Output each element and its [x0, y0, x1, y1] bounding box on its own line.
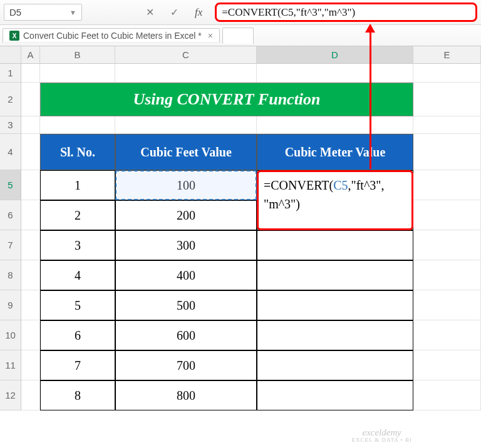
cancel-icon[interactable]: ✕ — [146, 6, 154, 18]
cell-sl[interactable]: 3 — [40, 230, 115, 260]
row-header-5[interactable]: 5 — [0, 170, 21, 200]
header-cubic-feet: Cubic Feet Value — [115, 134, 257, 170]
row-header-12[interactable]: 12 — [0, 380, 21, 410]
cell-formula-edit[interactable]: =CONVERT(C5,"ft^3", "m^3") — [257, 170, 413, 230]
cell-ft[interactable]: 400 — [115, 260, 257, 290]
cell-ft[interactable]: 100 — [115, 170, 257, 200]
row-1: 1 — [0, 64, 481, 83]
cell-sl[interactable]: 7 — [40, 350, 115, 380]
annotation-arrow — [370, 25, 371, 169]
row-header-10[interactable]: 10 — [0, 320, 21, 350]
cell-m[interactable] — [257, 290, 413, 320]
row-header-6[interactable]: 6 — [0, 200, 21, 230]
cell-sl[interactable]: 5 — [40, 290, 115, 320]
workbook-tab[interactable]: X Convert Cubic Feet to Cubic Meters in … — [3, 28, 220, 43]
row-header-11[interactable]: 11 — [0, 350, 21, 380]
spreadsheet-grid: A B C D E 1 2 Using CONVERT Function 3 4… — [0, 46, 481, 410]
close-icon[interactable]: × — [205, 31, 213, 41]
watermark: exceldemy EXCEL & DATA • BI — [351, 428, 412, 443]
formula-part2: ,"ft^3", — [348, 178, 385, 192]
chevron-down-icon[interactable]: ▼ — [70, 9, 76, 16]
rows-container: 1 2 Using CONVERT Function 3 4 Sl. No. C… — [0, 64, 481, 410]
workbook-tab-label: Convert Cubic Feet to Cubic Meters in Ex… — [23, 31, 202, 41]
row-11: 11 7 700 — [0, 350, 481, 380]
table-row: 3 300 — [40, 230, 413, 260]
cell-sl[interactable]: 1 — [40, 170, 115, 200]
watermark-brand: exceldemy — [362, 427, 401, 437]
row-10: 10 6 600 — [0, 320, 481, 350]
enter-icon[interactable]: ✓ — [170, 6, 178, 18]
col-header-D[interactable]: D — [257, 46, 413, 64]
formula-ref: C5 — [333, 178, 348, 192]
formula-bar-row: D5 ▼ ✕ ✓ fx =CONVERT(C5,"ft^3","m^3") — [0, 0, 481, 25]
cell-m[interactable] — [257, 230, 413, 260]
formula-bar-text: =CONVERT(C5,"ft^3","m^3") — [222, 6, 355, 19]
table-row: 4 400 — [40, 260, 413, 290]
formula-part1: =CONVERT( — [264, 178, 333, 192]
watermark-tag: EXCEL & DATA • BI — [351, 437, 412, 443]
formula-bar-input[interactable]: =CONVERT(C5,"ft^3","m^3") — [215, 3, 477, 22]
row-header-2[interactable]: 2 — [0, 83, 21, 116]
row-4: 4 Sl. No. Cubic Feet Value Cubic Meter V… — [0, 134, 481, 170]
cell-m[interactable] — [257, 380, 413, 410]
row-header-7[interactable]: 7 — [0, 230, 21, 260]
cell-ft[interactable]: 500 — [115, 290, 257, 320]
page-title: Using CONVERT Function — [40, 83, 413, 116]
formula-part3: "m^3") — [264, 197, 300, 211]
blank-tab[interactable] — [222, 28, 254, 44]
cell-m[interactable] — [257, 260, 413, 290]
cell-m[interactable] — [257, 350, 413, 380]
table-row: 6 600 — [40, 320, 413, 350]
cell-ft[interactable]: 300 — [115, 230, 257, 260]
row-9: 9 5 500 — [0, 290, 481, 320]
excel-file-icon: X — [9, 31, 19, 41]
workbook-tab-row: X Convert Cubic Feet to Cubic Meters in … — [0, 25, 481, 46]
cell-ft[interactable]: 800 — [115, 380, 257, 410]
cell-ft[interactable]: 200 — [115, 200, 257, 230]
cell-m[interactable] — [257, 320, 413, 350]
header-cubic-meter: Cubic Meter Value — [257, 134, 413, 170]
table-row: 5 500 — [40, 290, 413, 320]
row-header-1[interactable]: 1 — [0, 64, 21, 83]
column-headers: A B C D E — [0, 46, 481, 64]
row-header-3[interactable]: 3 — [0, 116, 21, 134]
row-12: 12 8 800 — [0, 380, 481, 410]
table-row: 7 700 — [40, 350, 413, 380]
row-7: 7 3 300 — [0, 230, 481, 260]
cell-ft[interactable]: 700 — [115, 350, 257, 380]
fx-icon[interactable]: fx — [195, 6, 202, 19]
row-8: 8 4 400 — [0, 260, 481, 290]
table-header: Sl. No. Cubic Feet Value Cubic Meter Val… — [40, 134, 413, 170]
annotation-arrowhead-icon — [365, 24, 375, 33]
col-header-E[interactable]: E — [413, 46, 481, 64]
name-box[interactable]: D5 ▼ — [4, 4, 82, 21]
table-row: 8 800 — [40, 380, 413, 410]
cell-sl[interactable]: 8 — [40, 380, 115, 410]
cell-sl[interactable]: 6 — [40, 320, 115, 350]
row-header-4[interactable]: 4 — [0, 134, 21, 170]
row-3: 3 — [0, 116, 481, 134]
select-all-corner[interactable] — [0, 46, 21, 64]
cell-ft[interactable]: 600 — [115, 320, 257, 350]
cell-sl[interactable]: 4 — [40, 260, 115, 290]
cell-sl[interactable]: 2 — [40, 200, 115, 230]
formula-bar-buttons: ✕ ✓ fx — [138, 0, 210, 24]
col-header-B[interactable]: B — [40, 46, 115, 64]
header-sl-no: Sl. No. — [40, 134, 115, 170]
col-header-C[interactable]: C — [115, 46, 257, 64]
row-header-8[interactable]: 8 — [0, 260, 21, 290]
row-header-9[interactable]: 9 — [0, 290, 21, 320]
row-2: 2 Using CONVERT Function — [0, 83, 481, 116]
col-header-A[interactable]: A — [21, 46, 40, 64]
name-box-value: D5 — [9, 7, 21, 18]
